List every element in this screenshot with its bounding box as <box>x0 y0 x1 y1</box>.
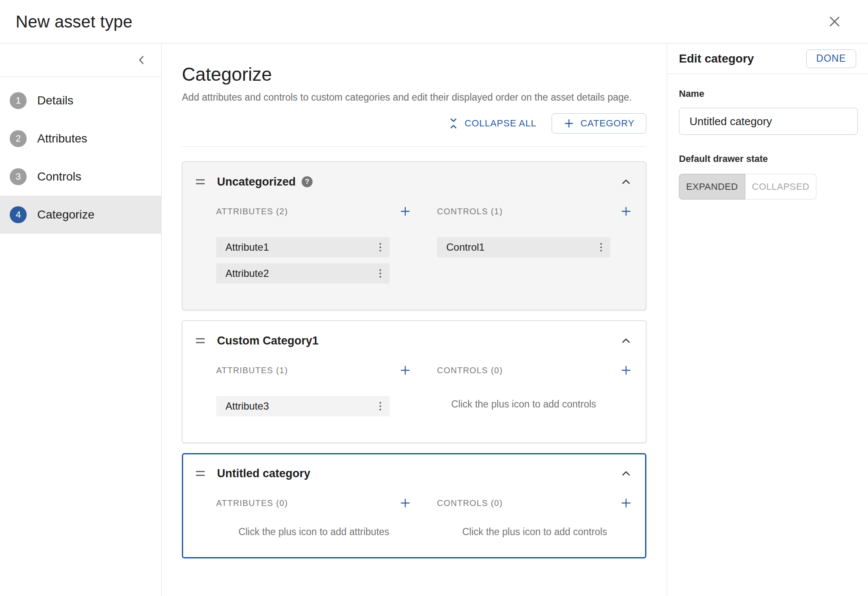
chip-label: Attribute3 <box>225 400 269 412</box>
step-item-categorize[interactable]: 4 Categorize <box>0 196 161 234</box>
close-icon <box>827 14 842 29</box>
kebab-menu-icon[interactable] <box>598 241 604 254</box>
step-item-attributes[interactable]: 2 Attributes <box>0 120 161 158</box>
add-control-button[interactable] <box>620 364 632 377</box>
page-title: Categorize <box>182 64 646 85</box>
new-asset-type-dialog: New asset type <box>0 0 868 596</box>
controls-column: CONTROLS (0) Click the plus icon to add … <box>437 497 632 538</box>
drawer-state-toggle: EXPANDED COLLAPSED <box>679 174 816 200</box>
step-number-badge: 2 <box>10 130 27 147</box>
column-header: CONTROLS (1) <box>437 205 632 218</box>
plus-icon <box>620 205 632 217</box>
add-attribute-button[interactable] <box>399 205 412 218</box>
column-header: CONTROLS (0) <box>437 364 632 377</box>
column-header: ATTRIBUTES (1) <box>216 364 412 377</box>
categorize-panel: Categorize Add attributes and controls t… <box>162 44 667 596</box>
plus-icon <box>399 205 411 217</box>
step-number-badge: 1 <box>10 92 27 109</box>
attributes-column: ATTRIBUTES (2) Attribute1 <box>216 205 412 290</box>
default-drawer-state-label: Default drawer state <box>679 153 858 164</box>
control-chip[interactable]: Control1 <box>437 237 610 257</box>
add-control-button[interactable] <box>620 497 632 509</box>
add-category-button[interactable]: CATEGORY <box>552 113 646 134</box>
column-header: CONTROLS (0) <box>437 497 632 509</box>
plus-icon <box>563 118 574 129</box>
kebab-menu-icon[interactable] <box>377 267 384 280</box>
attribute-chip[interactable]: Attribute1 <box>216 237 390 257</box>
dialog-header: New asset type <box>0 0 868 44</box>
add-attribute-button[interactable] <box>399 497 412 509</box>
card-columns: ATTRIBUTES (2) Attribute1 <box>216 205 632 290</box>
kebab-menu-icon[interactable] <box>377 399 384 413</box>
sidebar-top-bar <box>0 44 161 77</box>
chevron-left-icon <box>136 54 148 66</box>
step-item-controls[interactable]: 3 Controls <box>0 158 161 196</box>
attribute-chip[interactable]: Attribute3 <box>216 396 390 416</box>
add-category-label: CATEGORY <box>580 118 635 129</box>
card-title: Uncategorized <box>217 175 296 189</box>
category-card-list: Uncategorized ? <box>182 161 646 558</box>
card-collapse-button[interactable] <box>620 467 632 480</box>
toolbar-divider <box>182 146 646 147</box>
chip-label: Control1 <box>446 241 485 253</box>
add-control-button[interactable] <box>620 205 632 218</box>
plus-icon <box>399 497 411 509</box>
column-header: ATTRIBUTES (0) <box>216 497 412 509</box>
add-attribute-button[interactable] <box>399 364 412 377</box>
card-header: Uncategorized ? <box>196 173 636 191</box>
category-name-input[interactable] <box>679 108 858 135</box>
collapse-all-label: COLLAPSE ALL <box>464 118 536 129</box>
done-button[interactable]: DONE <box>806 49 856 68</box>
toolbar: COLLAPSE ALL CATEGORY <box>182 113 646 134</box>
step-label: Details <box>37 94 74 107</box>
controls-header-label: CONTROLS (0) <box>437 498 503 508</box>
chevron-up-icon <box>621 468 632 479</box>
plus-icon <box>620 497 632 509</box>
controls-empty-placeholder: Click the plus icon to add controls <box>437 399 610 410</box>
dialog-body: 1 Details 2 Attributes 3 Controls 4 Cate… <box>0 44 868 596</box>
card-columns: ATTRIBUTES (0) Click the plus icon to ad… <box>216 497 632 538</box>
category-card-untitled-category: Untitled category ATTRIBU <box>182 453 646 558</box>
help-icon[interactable]: ? <box>302 176 313 187</box>
step-label: Categorize <box>37 208 94 221</box>
attributes-column: ATTRIBUTES (0) Click the plus icon to ad… <box>216 497 412 538</box>
chip-label: Attribute2 <box>225 268 269 279</box>
card-title: Custom Category1 <box>217 334 319 347</box>
kebab-menu-icon[interactable] <box>377 241 384 254</box>
plus-icon <box>620 364 632 376</box>
controls-empty-placeholder: Click the plus icon to add controls <box>437 526 632 538</box>
stepper-sidebar: 1 Details 2 Attributes 3 Controls 4 Cate… <box>0 44 162 596</box>
state-option-expanded[interactable]: EXPANDED <box>679 174 745 200</box>
attribute-chip[interactable]: Attribute2 <box>216 263 390 284</box>
attributes-header-label: ATTRIBUTES (1) <box>216 366 288 375</box>
collapse-all-button[interactable]: COLLAPSE ALL <box>448 118 536 129</box>
drag-handle-icon[interactable] <box>196 471 205 476</box>
attributes-empty-placeholder: Click the plus icon to add attributes <box>216 526 412 538</box>
drag-handle-icon[interactable] <box>196 179 205 184</box>
step-item-details[interactable]: 1 Details <box>0 82 161 120</box>
chevron-up-icon <box>621 335 632 346</box>
step-label: Attributes <box>37 132 87 145</box>
category-card-uncategorized: Uncategorized ? <box>182 161 646 310</box>
column-header: ATTRIBUTES (2) <box>216 205 412 218</box>
controls-column: CONTROLS (0) Click the plus icon to add … <box>437 364 632 422</box>
drawer-header: Edit category DONE <box>667 44 868 74</box>
attributes-column: ATTRIBUTES (1) Attribute3 <box>216 364 412 422</box>
chip-label: Attribute1 <box>225 241 269 253</box>
card-header: Custom Category1 <box>196 332 636 350</box>
controls-column: CONTROLS (1) Control1 <box>437 205 632 290</box>
card-collapse-button[interactable] <box>620 175 632 188</box>
step-list: 1 Details 2 Attributes 3 Controls 4 Cate… <box>0 77 161 234</box>
close-button[interactable] <box>825 12 844 31</box>
control-chip-list: Control1 <box>437 237 632 257</box>
chevron-up-icon <box>621 176 632 187</box>
state-option-collapsed[interactable]: COLLAPSED <box>745 174 817 200</box>
collapse-sidebar-button[interactable] <box>134 52 149 68</box>
edit-category-drawer: Edit category DONE Name Default drawer s… <box>667 44 868 596</box>
step-number-badge: 4 <box>10 206 27 223</box>
card-collapse-button[interactable] <box>620 334 632 347</box>
attribute-chip-list: Attribute1 Attribute2 <box>216 237 412 284</box>
drag-handle-icon[interactable] <box>196 338 205 343</box>
step-label: Controls <box>37 170 81 183</box>
page-description: Add attributes and controls to custom ca… <box>182 92 646 103</box>
